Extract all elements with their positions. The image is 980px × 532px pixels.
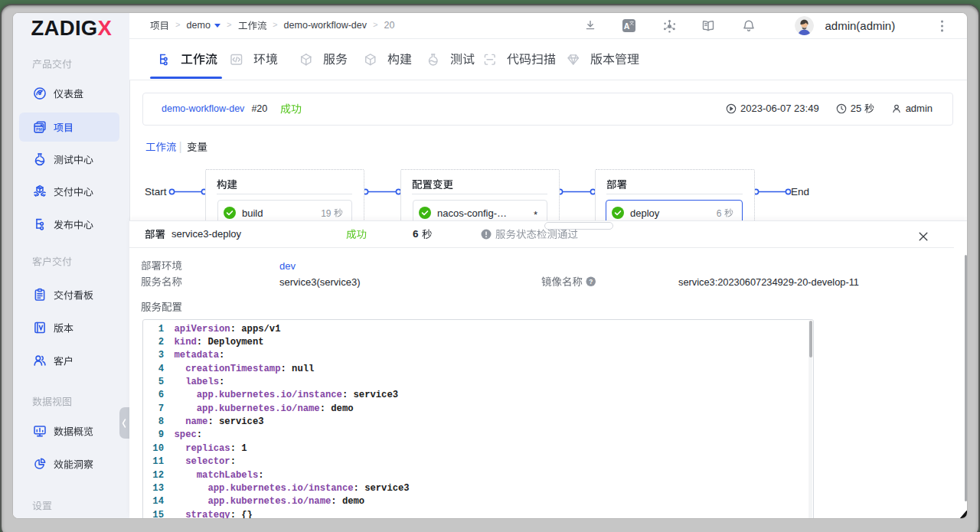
svg-text:?: ? (589, 278, 593, 285)
